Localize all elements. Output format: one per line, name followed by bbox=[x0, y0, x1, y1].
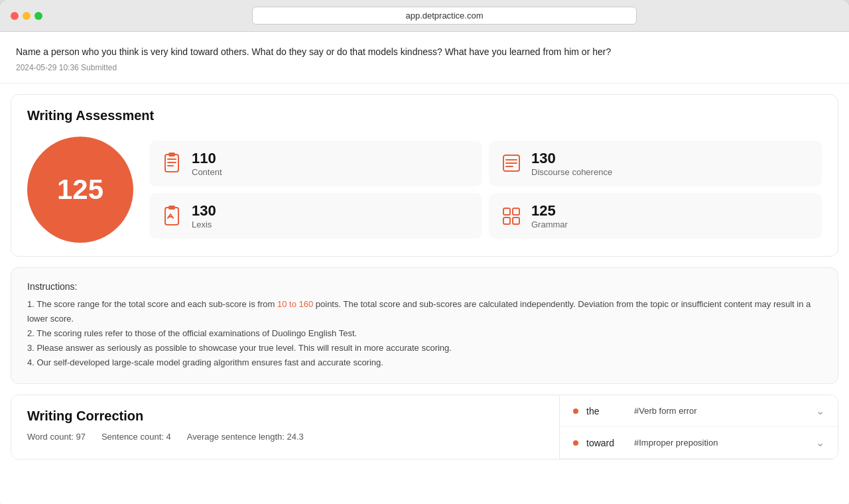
minimize-button[interactable] bbox=[23, 12, 31, 20]
error-dot-toward bbox=[573, 440, 578, 446]
error-word-toward: toward bbox=[586, 438, 626, 448]
correction-stats: Word count: 97 Sentence count: 4 Average… bbox=[27, 432, 543, 442]
content-icon bbox=[160, 151, 184, 175]
chevron-down-icon-the: ⌄ bbox=[816, 405, 824, 417]
writing-correction-section: Writing Correction Word count: 97 Senten… bbox=[11, 395, 838, 460]
assessment-title: Writing Assessment bbox=[27, 108, 822, 123]
correction-right: the #Verb form error ⌄ toward #Improper … bbox=[559, 395, 838, 459]
grammar-score-number: 125 bbox=[531, 202, 568, 220]
score-item-grammar: 125 Grammar bbox=[489, 193, 822, 239]
address-bar[interactable]: app.detpractice.com bbox=[252, 7, 637, 25]
close-button[interactable] bbox=[11, 12, 19, 20]
lexis-score-info: 130 Lexis bbox=[192, 202, 216, 229]
assessment-body: 125 bbox=[27, 137, 822, 243]
error-item-toward[interactable]: toward #Improper preposition ⌄ bbox=[560, 427, 838, 459]
instructions-title: Instructions: bbox=[27, 281, 822, 292]
instruction-3: 3. Please answer as seriously as possibl… bbox=[27, 341, 822, 355]
timestamp: 2024-05-29 10:36 Submitted bbox=[16, 63, 833, 72]
correction-title: Writing Correction bbox=[27, 409, 543, 424]
error-item-the[interactable]: the #Verb form error ⌄ bbox=[560, 395, 838, 427]
grammar-score-info: 125 Grammar bbox=[531, 202, 568, 229]
instruction-2: 2. The scoring rules refer to those of t… bbox=[27, 326, 822, 341]
content-score-label: Content bbox=[192, 167, 222, 177]
maximize-button[interactable] bbox=[34, 12, 42, 20]
word-count-stat: Word count: 97 bbox=[27, 432, 86, 442]
grammar-score-label: Grammar bbox=[531, 220, 568, 229]
prompt-section: Name a person who you think is very kind… bbox=[0, 32, 849, 84]
score-item-lexis: 130 Lexis bbox=[149, 193, 482, 239]
correction-left: Writing Correction Word count: 97 Senten… bbox=[11, 395, 559, 459]
discourse-score-number: 130 bbox=[531, 150, 612, 167]
sentence-count-stat: Sentence count: 4 bbox=[101, 432, 171, 442]
lexis-icon bbox=[160, 204, 184, 228]
score-item-discourse: 130 Discourse coherence bbox=[489, 141, 822, 186]
assessment-card: Writing Assessment 125 bbox=[11, 94, 838, 257]
discourse-icon bbox=[499, 151, 523, 175]
instructions-card: Instructions: 1. The score range for the… bbox=[11, 267, 838, 384]
lexis-score-label: Lexis bbox=[192, 220, 216, 229]
lexis-score-number: 130 bbox=[192, 202, 216, 220]
content-score-info: 110 Content bbox=[192, 150, 222, 177]
instruction-1: 1. The score range for the total score a… bbox=[27, 297, 822, 326]
error-tag-toward: #Improper preposition bbox=[634, 438, 808, 448]
error-tag-the: #Verb form error bbox=[634, 406, 808, 416]
highlight-range: 10 to 160 bbox=[277, 299, 313, 309]
svg-rect-12 bbox=[503, 208, 510, 215]
score-item-content: 110 Content bbox=[149, 141, 482, 186]
grammar-icon bbox=[499, 204, 523, 228]
discourse-score-label: Discourse coherence bbox=[531, 167, 612, 177]
chevron-down-icon-toward: ⌄ bbox=[816, 436, 824, 449]
avg-sentence-length-stat: Average sentence length: 24.3 bbox=[187, 432, 304, 442]
content-score-number: 110 bbox=[192, 150, 222, 167]
score-grid: 110 Content bbox=[149, 141, 822, 239]
error-word-the: the bbox=[586, 406, 626, 416]
total-score-circle: 125 bbox=[27, 137, 133, 243]
total-score-number: 125 bbox=[57, 174, 103, 206]
prompt-text: Name a person who you think is very kind… bbox=[16, 45, 833, 59]
instruction-4: 4. Our self-developed large-scale model … bbox=[27, 355, 822, 370]
svg-rect-14 bbox=[503, 218, 510, 224]
error-dot-the bbox=[573, 409, 578, 414]
svg-rect-13 bbox=[513, 208, 519, 215]
traffic-lights bbox=[11, 12, 42, 20]
discourse-score-info: 130 Discourse coherence bbox=[531, 150, 612, 177]
svg-rect-15 bbox=[513, 218, 519, 224]
